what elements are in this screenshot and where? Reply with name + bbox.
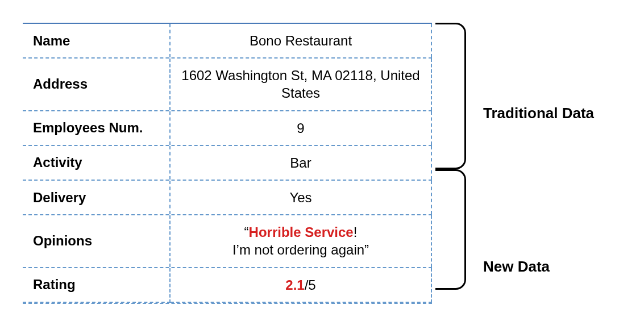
row-employees: Employees Num. 9 (23, 111, 432, 146)
row-delivery: Delivery Yes (23, 181, 432, 215)
opinion-line2: I’m not ordering again” (232, 241, 369, 259)
row-address: Address 1602 Washington St, MA 02118, Un… (23, 59, 432, 111)
value-activity: Bar (171, 146, 432, 180)
label-opinions: Opinions (23, 215, 171, 266)
group-labels: Traditional Data New Data (466, 23, 594, 304)
label-name: Name (23, 24, 171, 57)
opinion-after-highlight: ! (354, 224, 358, 240)
rating-wrapper: 2.1/5 (285, 276, 315, 294)
value-address: 1602 Washington St, MA 02118, United Sta… (171, 59, 432, 110)
row-activity: Activity Bar (23, 146, 432, 181)
label-activity: Activity (23, 146, 171, 180)
data-table: Name Bono Restaurant Address 1602 Washin… (23, 23, 432, 304)
opinion-highlight: Horrible Service (249, 224, 354, 240)
label-rating: Rating (23, 268, 171, 303)
bracket-traditional (435, 23, 466, 169)
value-employees: 9 (171, 111, 432, 145)
label-traditional-data: Traditional Data (483, 105, 594, 122)
row-rating: Rating 2.1/5 (23, 268, 432, 304)
label-address: Address (23, 59, 171, 110)
value-name: Bono Restaurant (171, 24, 432, 57)
diagram-container: Name Bono Restaurant Address 1602 Washin… (23, 23, 621, 304)
bracket-column (432, 23, 466, 304)
value-rating: 2.1/5 (171, 268, 432, 303)
bracket-newdata (435, 169, 466, 290)
opinion-line1: “Horrible Service! (244, 223, 358, 241)
label-new-data: New Data (483, 258, 594, 276)
value-delivery: Yes (171, 181, 432, 214)
value-opinions: “Horrible Service! I’m not ordering agai… (171, 215, 432, 266)
row-name: Name Bono Restaurant (23, 24, 432, 59)
label-delivery: Delivery (23, 181, 171, 214)
rating-suffix: /5 (305, 277, 316, 293)
rating-score: 2.1 (285, 277, 304, 293)
quote-open: “ (244, 224, 249, 240)
row-opinions: Opinions “Horrible Service! I’m not orde… (23, 215, 432, 268)
label-employees: Employees Num. (23, 111, 171, 145)
